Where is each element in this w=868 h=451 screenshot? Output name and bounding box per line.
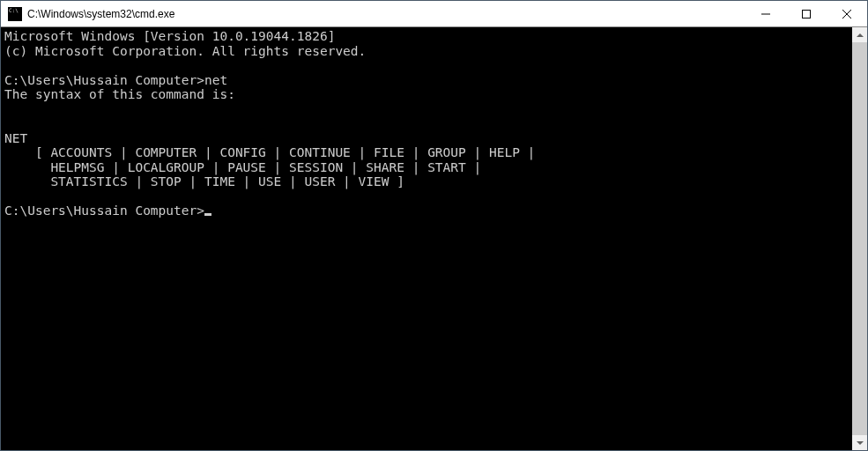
svg-rect-1 [803, 10, 811, 18]
close-button[interactable] [827, 1, 867, 27]
console-line: The syntax of this command is: [4, 87, 235, 101]
prompt-text: C:\Users\Hussain Computer> [4, 203, 204, 218]
svg-marker-5 [857, 441, 864, 445]
scroll-down-arrow-icon[interactable] [852, 435, 867, 450]
maximize-button[interactable] [786, 1, 827, 27]
console-line: [ ACCOUNTS | COMPUTER | CONFIG | CONTINU… [4, 145, 535, 159]
console-line: Microsoft Windows [Version 10.0.19044.18… [4, 29, 335, 43]
minimize-button[interactable] [746, 1, 786, 27]
titlebar[interactable]: C:\Windows\system32\cmd.exe [1, 1, 867, 27]
window-controls [746, 1, 867, 27]
command-text: net [204, 73, 227, 87]
scroll-thumb[interactable] [852, 42, 867, 435]
cmd-icon [8, 7, 22, 21]
console-line: C:\Users\Hussain Computer>net [4, 73, 227, 87]
window-title: C:\Windows\system32\cmd.exe [27, 8, 746, 20]
console-line: STATISTICS | STOP | TIME | USE | USER | … [4, 174, 404, 189]
svg-marker-4 [857, 33, 864, 37]
client-area: Microsoft Windows [Version 10.0.19044.18… [1, 27, 867, 450]
scroll-track[interactable] [852, 42, 867, 435]
scroll-up-arrow-icon[interactable] [852, 27, 867, 42]
console-line: HELPMSG | LOCALGROUP | PAUSE | SESSION |… [4, 160, 481, 174]
vertical-scrollbar[interactable] [852, 27, 867, 450]
cursor [204, 213, 211, 216]
console-line: C:\Users\Hussain Computer> [4, 203, 211, 218]
console-line: (c) Microsoft Corporation. All rights re… [4, 44, 366, 58]
console-output[interactable]: Microsoft Windows [Version 10.0.19044.18… [1, 27, 852, 450]
prompt-text: C:\Users\Hussain Computer> [4, 73, 204, 87]
console-line: NET [4, 131, 27, 145]
